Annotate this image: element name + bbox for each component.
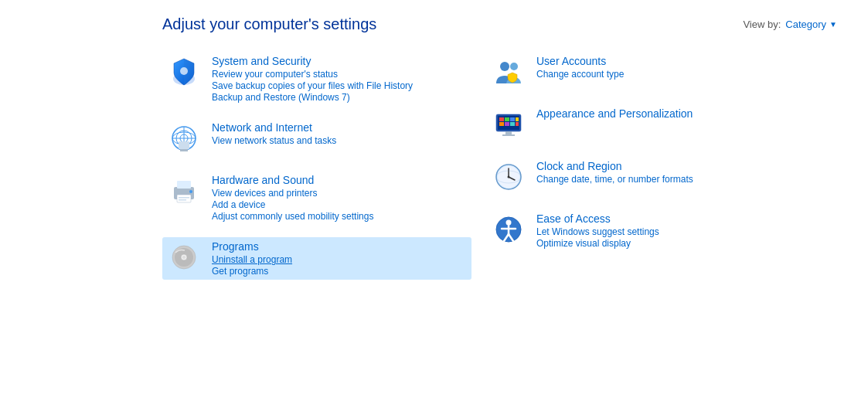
appearance-content: Appearance and Personalization xyxy=(536,107,832,121)
svg-point-21 xyxy=(510,63,518,70)
svg-rect-26 xyxy=(510,117,515,121)
change-date-time-link[interactable]: Change date, time, or number formats xyxy=(536,174,832,185)
view-devices-link[interactable]: View devices and printers xyxy=(212,188,467,199)
clock-region-title[interactable]: Clock and Region xyxy=(536,160,832,172)
ease-access-icon xyxy=(492,213,525,246)
mobility-settings-link[interactable]: Adjust commonly used mobility settings xyxy=(212,211,467,222)
clock-icon xyxy=(492,161,525,193)
page-title: Adjust your computer's settings xyxy=(162,15,376,33)
right-panel: User Accounts Change account type xyxy=(471,52,837,292)
add-device-link[interactable]: Add a device xyxy=(212,199,467,210)
svg-rect-11 xyxy=(177,181,191,189)
system-security-title[interactable]: System and Security xyxy=(212,55,467,67)
appearance-icon-wrapper xyxy=(492,107,526,141)
hardware-icon xyxy=(168,175,200,207)
programs-title[interactable]: Programs xyxy=(212,240,467,253)
svg-rect-24 xyxy=(499,117,504,121)
svg-rect-9 xyxy=(180,149,188,151)
svg-point-13 xyxy=(189,190,192,193)
category-network-internet: Network and Internet View network status… xyxy=(162,118,471,158)
programs-icon-wrapper xyxy=(167,240,201,274)
view-by-value: Category xyxy=(785,19,826,30)
svg-rect-31 xyxy=(516,122,519,126)
svg-rect-30 xyxy=(510,122,515,126)
save-backup-link[interactable]: Save backup copies of your files with Fi… xyxy=(212,80,467,91)
user-accounts-title[interactable]: User Accounts xyxy=(536,55,832,67)
chevron-down-icon: ▼ xyxy=(829,20,837,29)
network-internet-icon-wrapper xyxy=(167,121,201,155)
svg-point-38 xyxy=(508,176,510,178)
view-by-dropdown[interactable]: Category ▼ xyxy=(785,19,837,30)
svg-rect-8 xyxy=(179,141,189,149)
programs-icon xyxy=(168,241,200,274)
svg-point-19 xyxy=(182,256,186,259)
content-area: System and Security Review your computer… xyxy=(31,52,837,292)
suggest-settings-link[interactable]: Let Windows suggest settings xyxy=(536,226,832,237)
users-icon xyxy=(492,56,525,88)
appearance-title[interactable]: Appearance and Personalization xyxy=(536,107,832,120)
svg-rect-29 xyxy=(505,122,509,126)
view-network-link[interactable]: View network status and tasks xyxy=(212,135,467,146)
svg-rect-32 xyxy=(505,131,512,134)
category-ease-access: Ease of Access Let Windows suggest setti… xyxy=(487,209,837,252)
svg-rect-33 xyxy=(502,134,515,136)
ease-access-content: Ease of Access Let Windows suggest setti… xyxy=(536,212,832,249)
optimize-visual-link[interactable]: Optimize visual display xyxy=(536,238,832,249)
system-security-content: System and Security Review your computer… xyxy=(212,55,467,103)
svg-rect-28 xyxy=(499,122,504,126)
network-internet-title[interactable]: Network and Internet xyxy=(212,121,467,134)
category-user-accounts: User Accounts Change account type xyxy=(487,52,837,92)
backup-restore-link[interactable]: Backup and Restore (Windows 7) xyxy=(212,92,467,103)
svg-rect-12 xyxy=(177,195,191,202)
category-system-security: System and Security Review your computer… xyxy=(162,52,471,106)
page-container: Adjust your computer's settings View by:… xyxy=(0,0,868,308)
user-accounts-icon-wrapper xyxy=(492,55,526,89)
svg-rect-15 xyxy=(179,199,186,201)
page-header: Adjust your computer's settings View by:… xyxy=(31,15,837,33)
view-by-label: View by: xyxy=(743,19,781,30)
network-icon xyxy=(168,122,200,155)
appearance-icon xyxy=(492,108,525,141)
ease-access-title[interactable]: Ease of Access xyxy=(536,212,832,225)
category-appearance: Appearance and Personalization xyxy=(487,104,837,144)
network-internet-content: Network and Internet View network status… xyxy=(212,121,467,146)
clock-region-icon-wrapper xyxy=(492,160,526,194)
programs-content: Programs Uninstall a program Get program… xyxy=(212,240,467,277)
view-by-control: View by: Category ▼ xyxy=(743,19,837,30)
svg-rect-27 xyxy=(516,117,519,121)
category-clock-region: Clock and Region Change date, time, or n… xyxy=(487,157,837,197)
ease-access-icon-wrapper xyxy=(492,212,526,246)
change-account-type-link[interactable]: Change account type xyxy=(536,69,832,80)
hardware-sound-title[interactable]: Hardware and Sound xyxy=(212,174,467,186)
clock-region-content: Clock and Region Change date, time, or n… xyxy=(536,160,832,185)
left-panel: System and Security Review your computer… xyxy=(31,52,471,292)
system-security-icon-wrapper xyxy=(167,55,201,89)
hardware-sound-icon-wrapper xyxy=(167,174,201,208)
svg-rect-14 xyxy=(179,197,189,199)
svg-rect-25 xyxy=(505,117,509,121)
svg-point-20 xyxy=(500,62,509,71)
svg-point-1 xyxy=(180,67,188,75)
uninstall-program-link[interactable]: Uninstall a program xyxy=(212,254,467,265)
category-programs: Programs Uninstall a program Get program… xyxy=(162,237,471,280)
review-status-link[interactable]: Review your computer's status xyxy=(212,69,467,80)
get-programs-link[interactable]: Get programs xyxy=(212,266,467,277)
user-accounts-content: User Accounts Change account type xyxy=(536,55,832,80)
hardware-sound-content: Hardware and Sound View devices and prin… xyxy=(212,174,467,222)
shield-icon xyxy=(168,56,200,88)
category-hardware-sound: Hardware and Sound View devices and prin… xyxy=(162,171,471,225)
